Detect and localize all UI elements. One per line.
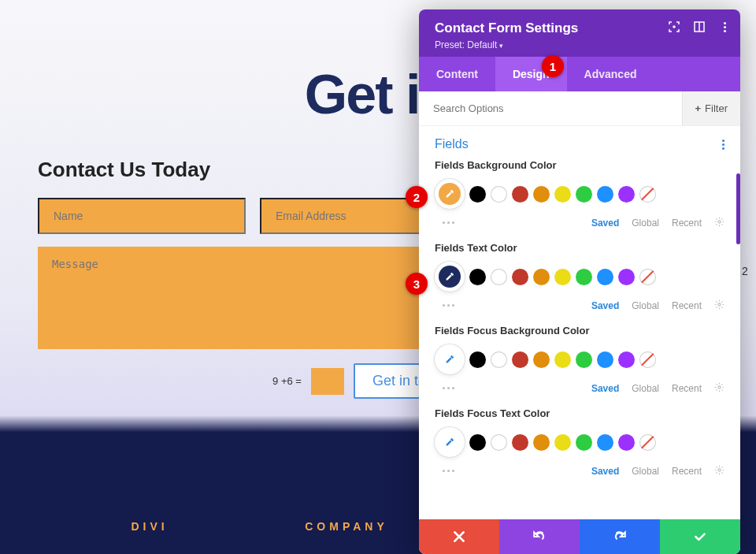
more-icon[interactable] [443, 470, 454, 472]
color-swatch[interactable] [533, 269, 550, 285]
more-icon[interactable] [443, 221, 454, 224]
panel-header: Contact Form Settings Preset: Default [419, 9, 740, 57]
columns-icon[interactable] [693, 20, 706, 33]
color-picker-button[interactable] [435, 427, 465, 457]
color-swatch[interactable] [576, 269, 592, 285]
color-swatch[interactable] [554, 269, 571, 285]
palette-recent[interactable]: Recent [672, 383, 702, 394]
color-swatch[interactable] [469, 434, 486, 451]
palette-recent[interactable]: Recent [672, 218, 702, 229]
color-swatch[interactable] [576, 351, 592, 368]
section-fields[interactable]: Fields [435, 137, 469, 151]
undo-button[interactable] [499, 519, 580, 554]
color-swatch-none[interactable] [639, 269, 656, 285]
color-swatch[interactable] [469, 186, 486, 203]
more-icon[interactable] [443, 387, 454, 389]
palette-recent[interactable]: Recent [672, 466, 702, 477]
palette-global[interactable]: Global [632, 383, 659, 394]
field-group: Fields Background ColorSavedGlobalRecent [435, 159, 724, 229]
svg-point-3 [718, 221, 721, 223]
tab-advanced[interactable]: Advanced [567, 57, 654, 91]
color-swatch[interactable] [618, 269, 635, 285]
palette-saved[interactable]: Saved [591, 383, 619, 394]
color-swatch[interactable] [597, 186, 613, 203]
svg-point-5 [718, 386, 721, 389]
filter-button[interactable]: +Filter [682, 91, 740, 125]
color-swatch[interactable] [469, 269, 486, 285]
palette-global[interactable]: Global [632, 300, 659, 311]
tab-content[interactable]: Content [419, 57, 495, 91]
svg-point-6 [718, 469, 721, 471]
palette-saved[interactable]: Saved [591, 300, 619, 311]
color-swatch[interactable] [469, 351, 486, 368]
color-swatch[interactable] [533, 434, 550, 451]
settings-panel: Contact Form Settings Preset: Default Co… [419, 9, 740, 554]
eyedropper-icon [439, 431, 461, 453]
color-swatch[interactable] [512, 351, 528, 368]
gear-icon[interactable] [714, 382, 724, 395]
color-swatch[interactable] [491, 351, 507, 368]
field-group: Fields Focus Text ColorSavedGlobalRecent [435, 407, 724, 478]
color-swatch[interactable] [597, 434, 613, 451]
color-swatch-none[interactable] [639, 351, 656, 368]
color-swatch[interactable] [512, 269, 528, 285]
swatch-row [435, 427, 724, 457]
preset-dropdown[interactable]: Preset: Default [435, 39, 724, 50]
focus-icon[interactable] [668, 20, 680, 33]
captcha-input[interactable] [311, 368, 344, 395]
palette-global[interactable]: Global [632, 218, 659, 229]
color-swatch-none[interactable] [639, 186, 656, 203]
color-swatch[interactable] [554, 434, 571, 451]
color-swatch[interactable] [491, 434, 507, 451]
color-swatch[interactable] [512, 434, 528, 451]
color-swatch[interactable] [597, 269, 613, 285]
panel-tabs: Content Design Advanced [419, 57, 740, 91]
gear-icon[interactable] [714, 465, 724, 478]
palette-saved[interactable]: Saved [591, 218, 619, 229]
color-swatch[interactable] [491, 269, 507, 285]
palette-global[interactable]: Global [632, 466, 659, 477]
color-swatch[interactable] [618, 434, 635, 451]
close-button[interactable] [419, 519, 499, 554]
message-field[interactable] [38, 247, 468, 349]
color-picker-button[interactable] [435, 344, 465, 374]
panel-bottom-bar [419, 519, 740, 554]
kebab-icon[interactable] [718, 20, 731, 33]
section-menu-icon[interactable] [722, 139, 724, 150]
color-swatch[interactable] [576, 186, 592, 203]
color-swatch[interactable] [618, 351, 635, 368]
palette-recent[interactable]: Recent [672, 300, 702, 311]
contact-heading: Contact Us Today [38, 158, 468, 182]
color-swatch[interactable] [512, 186, 528, 203]
color-swatch[interactable] [533, 186, 550, 203]
footer-col-divi: DIVI [63, 520, 236, 533]
scrollbar[interactable] [736, 173, 740, 244]
color-swatch[interactable] [554, 186, 571, 203]
color-swatch[interactable] [597, 351, 613, 368]
field-group-label: Fields Text Color [435, 242, 724, 254]
color-swatch[interactable] [533, 351, 550, 368]
swatch-row [435, 344, 724, 374]
color-picker-button[interactable] [435, 179, 465, 209]
color-swatch[interactable] [618, 186, 635, 203]
captcha-label: 9 +6 = [272, 375, 302, 387]
field-group: Fields Text ColorSavedGlobalRecent [435, 242, 724, 312]
color-swatch[interactable] [576, 434, 592, 451]
gear-icon[interactable] [714, 299, 724, 312]
redo-button[interactable] [580, 519, 660, 554]
name-field[interactable] [38, 198, 246, 234]
search-bar: +Filter [419, 91, 740, 126]
color-swatch[interactable] [554, 351, 571, 368]
save-button[interactable] [660, 519, 740, 554]
gear-icon[interactable] [714, 217, 724, 229]
hidden-number: 2 [742, 265, 748, 277]
palette-links: SavedGlobalRecent [591, 217, 724, 229]
footer-col-company: COMPANY [260, 520, 433, 533]
palette-saved[interactable]: Saved [591, 466, 619, 477]
color-picker-button[interactable] [435, 262, 465, 292]
more-icon[interactable] [443, 304, 454, 307]
color-swatch-none[interactable] [639, 434, 656, 451]
field-group-label: Fields Background Color [435, 159, 724, 171]
color-swatch[interactable] [491, 186, 507, 203]
search-input[interactable] [419, 91, 682, 125]
